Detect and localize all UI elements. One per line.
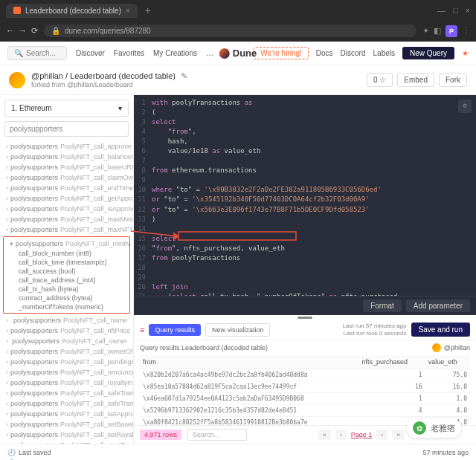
schema-item[interactable]: ›poolysupporters PoolyNFT_call_pendingOw…: [0, 357, 133, 367]
nav-labels[interactable]: Labels: [373, 49, 395, 57]
schema-item[interactable]: ›poolysupporters PoolyNFT_call_setApprov…: [0, 409, 133, 419]
menu-icon[interactable]: ⋮: [462, 26, 470, 36]
new-viz-tab[interactable]: New visualization: [205, 323, 271, 337]
search-icon: 🔍: [14, 49, 23, 57]
schema-list[interactable]: ›poolysupporters PoolyNFT_call_approve›p…: [0, 141, 133, 444]
nav-discord[interactable]: Discord: [341, 49, 366, 57]
save-run-button[interactable]: Save and run: [411, 323, 471, 337]
table-row[interactable]: \x5296b9713362902e1216c35b3e4357d82de4e8…: [140, 405, 470, 417]
embed-button[interactable]: Embed: [397, 73, 434, 87]
results-tab-icon: ≡: [140, 325, 144, 334]
brand-logo[interactable]: Dune: [219, 48, 257, 59]
schema-filter-input[interactable]: [4, 121, 129, 137]
reload-icon[interactable]: ⟳: [31, 26, 38, 36]
tab-title: Leaderboard (decoded table): [25, 7, 121, 15]
schema-column[interactable]: _numberOfTokens (numeric): [4, 302, 129, 311]
schema-column[interactable]: contract_address (bytea): [4, 294, 129, 302]
schema-item[interactable]: ›poolysupporters PoolyNFT_call_baseURI: [0, 162, 133, 172]
star-icon[interactable]: ★: [462, 49, 469, 57]
schema-item[interactable]: ›poolysupporters PoolyNFT_call_endTimest…: [0, 183, 133, 193]
schema-item[interactable]: ›poolysupporters PoolyNFT_call_ownerOf: [0, 346, 133, 357]
forked-from[interactable]: forked from @phillan/Leaderboard: [31, 81, 187, 88]
page-last[interactable]: »: [392, 430, 405, 440]
more-icon[interactable]: …: [206, 49, 213, 57]
edit-icon[interactable]: ✎: [181, 71, 187, 80]
browser-tab[interactable]: Leaderboard (decoded table) ×: [6, 4, 138, 18]
schema-item[interactable]: ›poolysupporters PoolyNFT_call_getApprov…: [0, 193, 133, 204]
schema-column[interactable]: call_block_time (timestamptz): [4, 258, 129, 267]
author-avatar: [432, 343, 441, 352]
column-header[interactable]: value_eth: [425, 355, 470, 369]
profile-badge[interactable]: P: [446, 25, 457, 37]
new-query-button[interactable]: New Query: [402, 47, 454, 59]
schema-item[interactable]: ›poolysupporters PoolyNFT_call_claimOwne…: [0, 172, 133, 183]
schema-column[interactable]: call_block_number (int8): [4, 249, 129, 258]
last-saved-time: 57 minutes ago: [422, 449, 469, 456]
nav-discover[interactable]: Discover: [76, 49, 105, 57]
schema-column[interactable]: call_success (bool): [4, 267, 129, 276]
schema-item[interactable]: ›poolysupporters PoolyNFT_call_safeTrans…: [0, 398, 133, 409]
results-author[interactable]: @phillan: [432, 343, 470, 352]
schema-item[interactable]: ›poolysupporters PoolyNFT_call_maxNFT: [0, 224, 133, 235]
schema-item[interactable]: ›poolysupporters PoolyNFT_call_approve: [0, 141, 133, 152]
close-icon[interactable]: ×: [126, 7, 130, 15]
dune-logo-icon: [219, 48, 230, 59]
chain-select[interactable]: 1. Ethereum ▾: [4, 100, 129, 117]
schema-column[interactable]: call_tx_hash (bytea): [4, 285, 129, 294]
page-next[interactable]: ›: [376, 430, 387, 440]
schema-item[interactable]: ›poolysupporters PoolyNFT_call_owner: [0, 336, 133, 346]
back-icon[interactable]: ←: [6, 26, 14, 36]
nav-mycreations[interactable]: My Creations: [153, 49, 197, 57]
table-row[interactable]: \x85ea10a57884d62a819F5ca2caa13ec9ee7449…: [140, 381, 470, 393]
page-current[interactable]: Page 1: [351, 431, 373, 438]
nav-favorites[interactable]: Favorites: [114, 49, 144, 57]
schema-item[interactable]: ›poolysupporters PoolyNFT_call_nftPrice: [0, 325, 133, 336]
format-button[interactable]: Format: [363, 299, 402, 312]
schema-item-expanded[interactable]: ▾poolysupporters PoolyNFT_call_mintNFTca…: [3, 236, 130, 314]
hiring-button[interactable]: We're hiring!: [254, 47, 309, 59]
schema-item[interactable]: ›poolysupporters PoolyNFT_call_maxMint: [0, 214, 133, 224]
schema-item[interactable]: ›poolysupporters PoolyNFT_call_royaltyIn…: [0, 378, 133, 388]
schema-item[interactable]: ›poolysupporters PoolyNFT_call_setBaseUR…: [0, 419, 133, 430]
results-tab[interactable]: Query results: [149, 324, 201, 336]
results-header: ≡ Query results New visualization Last r…: [134, 320, 476, 340]
url-bar[interactable]: 🔒 dune.com/queries/887280: [44, 25, 416, 37]
column-header[interactable]: from: [140, 355, 358, 369]
status-bar: 🕘Last saved 57 minutes ago 🕘Query create…: [0, 444, 476, 460]
table-row[interactable]: \x46ea607d1a79254ee0A4123c5ab2aDaF63495D…: [140, 393, 470, 405]
extension-icon[interactable]: ✦: [422, 26, 429, 36]
tab-favicon: [13, 7, 21, 14]
forward-icon[interactable]: →: [19, 26, 27, 36]
schema-item[interactable]: ›poolysupporters PoolyNFT_call_setRoyalt…: [0, 430, 133, 440]
column-header[interactable]: nfts_purchased: [358, 355, 425, 369]
new-tab-button[interactable]: +: [141, 4, 155, 16]
schema-item[interactable]: ›poolysupporters PoolyNFT_call_isApprove…: [0, 204, 133, 214]
run-info: Last run 57 minutes ago Last run took 0 …: [343, 323, 407, 337]
page-prev[interactable]: ‹: [335, 430, 347, 440]
sql-editor[interactable]: ⚙ 1with poolyTransactions as2(3select4 "…: [134, 95, 476, 296]
minimize-icon[interactable]: —: [437, 6, 446, 15]
schema-item[interactable]: ›poolysupporters PoolyNFT_call_startTime…: [0, 440, 133, 444]
user-avatar[interactable]: [9, 72, 25, 88]
extension-icon[interactable]: ◧: [434, 26, 441, 36]
nav-docs[interactable]: Docs: [316, 49, 333, 57]
breadcrumb-text[interactable]: @phillan / Leaderboard (decoded table): [31, 71, 176, 80]
table-search[interactable]: Search...: [187, 429, 247, 441]
fork-button[interactable]: Fork: [439, 73, 467, 87]
schema-item[interactable]: ›poolysupporters PoolyNFT_call_renounceO…: [0, 367, 133, 378]
result-table[interactable]: fromnfts_purchasedvalue_eth\x820b2d207a6…: [134, 355, 476, 425]
maximize-icon[interactable]: □: [453, 6, 458, 15]
close-window-icon[interactable]: ×: [466, 6, 470, 15]
lock-icon: 🔒: [51, 27, 60, 35]
add-parameter-button[interactable]: Add parameter: [406, 299, 470, 312]
nav-links: Discover Favorites My Creations …: [76, 49, 213, 57]
schema-item[interactable]: ›poolysupporters PoolyNFT_call_balanceOf: [0, 152, 133, 162]
table-row[interactable]: \x820b2d207a6ca4ac49be97dc2bc2a8fb4062ad…: [140, 369, 470, 381]
schema-item[interactable]: ›poolysupporters PoolyNFT_call_name: [0, 315, 133, 325]
schema-column[interactable]: call_trace_address (_int4): [4, 276, 129, 285]
global-search[interactable]: 🔍 Search...: [7, 46, 67, 60]
schema-item[interactable]: ›poolysupporters PoolyNFT_call_safeTrans…: [0, 388, 133, 398]
page-first[interactable]: «: [318, 430, 331, 440]
gear-icon[interactable]: ⚙: [458, 100, 472, 113]
star-button[interactable]: 0 ☆: [367, 73, 393, 87]
